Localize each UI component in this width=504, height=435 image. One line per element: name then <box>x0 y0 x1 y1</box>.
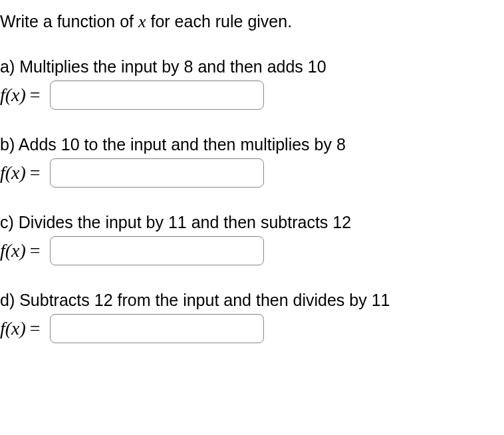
problem-a-lhs: f(x) = <box>0 84 45 106</box>
problem-c: c) Divides the input by 11 and then subt… <box>0 213 504 265</box>
fx-expression: f(x) <box>0 84 26 106</box>
problem-d-answer-row: f(x) = <box>0 314 504 343</box>
problem-c-input[interactable] <box>50 236 264 265</box>
problem-b-label: b) <box>0 135 15 154</box>
problem-b-text: Adds 10 to the input and then multiplies… <box>19 135 346 154</box>
problem-a-text: Multiplies the input by 8 and then adds … <box>19 57 326 76</box>
problem-a-prompt: a) Multiplies the input by 8 and then ad… <box>0 57 504 76</box>
instruction-var: x <box>138 12 146 31</box>
problem-a-input[interactable] <box>50 80 264 110</box>
fx-expression: f(x) <box>0 162 26 184</box>
problem-d-prompt: d) Subtracts 12 from the input and then … <box>0 291 504 310</box>
equals-sign: = <box>30 240 41 261</box>
problem-c-answer-row: f(x) = <box>0 236 504 265</box>
instruction-prefix: Write a function of <box>0 12 138 31</box>
problem-c-text: Divides the input by 11 and then subtrac… <box>19 213 351 231</box>
problem-b-input[interactable] <box>50 158 264 188</box>
fx-expression: f(x) <box>0 240 26 261</box>
problem-d-input[interactable] <box>50 314 264 343</box>
fx-expression: f(x) <box>0 318 26 339</box>
instruction: Write a function of x for each rule give… <box>0 12 504 32</box>
problem-c-prompt: c) Divides the input by 11 and then subt… <box>0 213 504 232</box>
problem-b-lhs: f(x) = <box>0 162 45 184</box>
equals-sign: = <box>30 84 41 106</box>
problem-d-lhs: f(x) = <box>0 318 45 339</box>
instruction-suffix: for each rule given. <box>146 12 293 31</box>
equals-sign: = <box>30 162 41 184</box>
problem-d-text: Subtracts 12 from the input and then div… <box>19 291 390 309</box>
problem-a-label: a) <box>0 57 15 76</box>
equals-sign: = <box>30 318 41 339</box>
problem-c-label: c) <box>0 213 14 231</box>
problem-b: b) Adds 10 to the input and then multipl… <box>0 135 504 188</box>
problem-d-label: d) <box>0 291 15 309</box>
problem-a-answer-row: f(x) = <box>0 80 504 110</box>
problem-d: d) Subtracts 12 from the input and then … <box>0 291 504 343</box>
problem-b-prompt: b) Adds 10 to the input and then multipl… <box>0 135 504 154</box>
problem-c-lhs: f(x) = <box>0 240 45 261</box>
problem-a: a) Multiplies the input by 8 and then ad… <box>0 57 504 110</box>
problem-b-answer-row: f(x) = <box>0 158 504 188</box>
